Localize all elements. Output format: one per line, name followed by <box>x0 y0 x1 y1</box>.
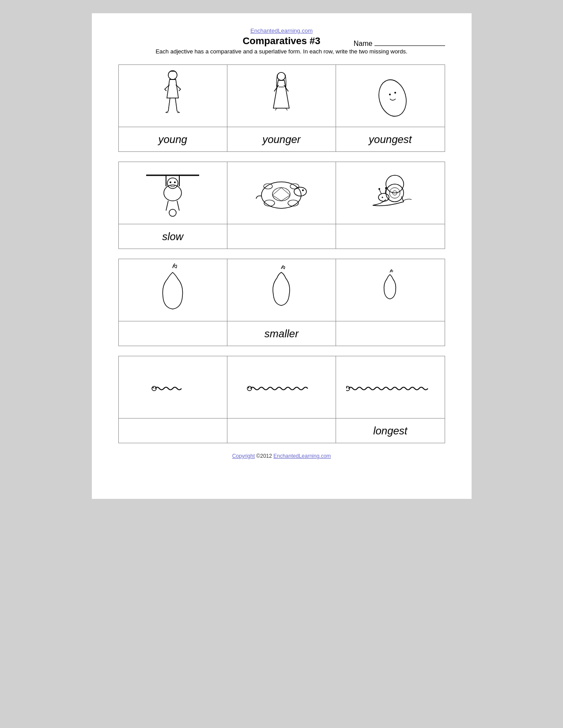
illustration-short-worm <box>146 376 199 398</box>
word-cell-big <box>119 321 227 346</box>
img-cell-medium-pear <box>227 259 336 321</box>
svg-point-27 <box>302 189 304 191</box>
footer-copyright-link[interactable]: Copyright <box>232 453 255 459</box>
name-label: Name <box>354 40 373 47</box>
worksheet-page: EnchantedLearning.com Comparatives #3 Ea… <box>92 13 472 499</box>
word-cell-youngest: youngest <box>336 127 444 151</box>
svg-point-31 <box>290 184 299 189</box>
section-slow: slow <box>118 162 445 249</box>
svg-point-40 <box>382 197 383 198</box>
svg-point-15 <box>170 181 171 183</box>
img-cell-long-worm <box>336 356 444 418</box>
word-row-slow: slow <box>119 224 445 249</box>
section-long: longest <box>118 356 445 443</box>
word-cell-longer <box>227 419 336 443</box>
svg-point-43 <box>247 386 252 391</box>
page-subtitle: Each adjective has a comparative and a s… <box>118 48 445 56</box>
section-young: young younger youngest <box>118 64 445 152</box>
illustration-small-pear <box>378 268 402 312</box>
illustration-medium-worm <box>246 376 317 398</box>
image-row-small <box>119 259 445 321</box>
svg-line-3 <box>168 98 170 111</box>
img-cell-big-pear <box>119 259 227 321</box>
word-cell-slow: slow <box>119 224 227 249</box>
illustration-sloth <box>142 166 204 219</box>
word-cell-smaller: smaller <box>227 321 336 346</box>
img-cell-young <box>119 65 227 127</box>
img-cell-small-pear <box>336 259 444 321</box>
word-cell-smallest <box>336 321 444 346</box>
word-cell-slower <box>227 224 336 249</box>
worksheet-content: young younger youngest <box>118 64 445 443</box>
page-footer: Copyright ©2012 EnchantedLearning.com <box>118 453 445 459</box>
svg-line-18 <box>177 201 179 211</box>
illustration-younger <box>264 68 299 124</box>
img-cell-medium-worm <box>227 356 336 418</box>
illustration-large-pear <box>151 261 195 319</box>
img-cell-slowest <box>336 162 444 224</box>
name-underline[interactable] <box>374 45 445 46</box>
svg-line-17 <box>166 201 168 211</box>
footer-site-link[interactable]: EnchantedLearning.com <box>273 453 331 459</box>
svg-point-8 <box>389 94 391 95</box>
word-row-young: young younger youngest <box>119 127 445 151</box>
word-cell-young: young <box>119 127 227 151</box>
img-cell-slower <box>227 162 336 224</box>
svg-point-20 <box>261 182 301 208</box>
illustration-snail <box>364 171 417 215</box>
svg-point-13 <box>164 185 181 201</box>
svg-point-46 <box>346 387 348 389</box>
svg-point-9 <box>394 92 396 94</box>
svg-point-5 <box>277 72 285 80</box>
illustration-youngest <box>370 72 410 120</box>
image-row-young <box>119 65 445 127</box>
svg-point-42 <box>153 387 154 389</box>
svg-point-44 <box>248 387 249 389</box>
illustration-turtle <box>248 169 314 217</box>
svg-point-30 <box>264 184 272 189</box>
img-cell-youngest <box>336 65 444 127</box>
illustration-medium-pear <box>264 264 299 317</box>
word-cell-longest: longest <box>336 419 444 443</box>
svg-point-39 <box>385 187 387 189</box>
image-row-long <box>119 356 445 419</box>
svg-point-7 <box>375 77 410 120</box>
svg-point-16 <box>174 181 176 183</box>
img-cell-slow <box>119 162 227 224</box>
illustration-young <box>155 67 190 124</box>
svg-point-45 <box>346 386 350 391</box>
footer-year: ©2012 <box>256 453 272 459</box>
image-row-slow <box>119 162 445 224</box>
svg-line-4 <box>175 98 177 111</box>
word-row-small: smaller <box>119 321 445 346</box>
section-small: smaller <box>118 259 445 346</box>
svg-line-36 <box>379 189 382 194</box>
svg-point-21 <box>272 188 290 201</box>
header-site-link[interactable]: EnchantedLearning.com <box>250 27 313 34</box>
name-field: Name <box>354 40 445 48</box>
word-row-long: longest <box>119 419 445 443</box>
word-cell-slowest <box>336 224 444 249</box>
word-cell-younger: younger <box>227 127 336 151</box>
img-cell-younger <box>227 65 336 127</box>
svg-point-19 <box>169 209 176 216</box>
svg-point-41 <box>152 386 156 391</box>
svg-point-37 <box>378 188 380 190</box>
word-cell-long <box>119 419 227 443</box>
illustration-long-worm <box>346 376 435 398</box>
img-cell-short-worm <box>119 356 227 418</box>
